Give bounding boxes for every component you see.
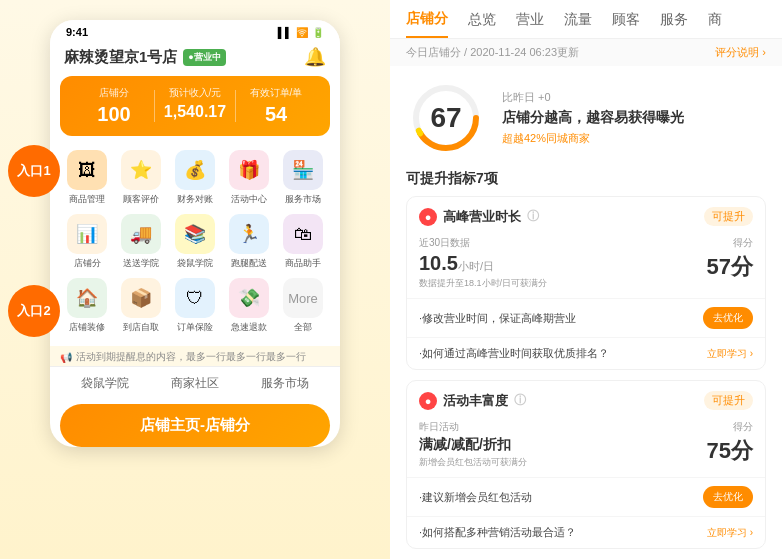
metric-1-action-2-text: ·如何通过高峰营业时间获取优质排名？	[419, 346, 707, 361]
icon-finance[interactable]: 💰 财务对账	[171, 150, 219, 206]
status-time: 9:41	[66, 26, 88, 38]
metric-1-info-icon[interactable]: ⓘ	[527, 208, 539, 225]
metric-1-indicator: ●	[419, 208, 437, 226]
status-bar: 9:41 ▌▌ 🛜 🔋	[50, 20, 340, 40]
stat-income-label: 预计收入/元	[155, 86, 235, 100]
stat-income-value: 1,540.17	[155, 103, 235, 121]
metric-2-learn-link[interactable]: 立即学习 ›	[707, 526, 753, 540]
metric-2-optimize-button[interactable]: 去优化	[703, 486, 753, 508]
icon-customer-review[interactable]: ⭐ 顾客评价	[117, 150, 165, 206]
score-change: 比昨日 +0	[502, 90, 766, 105]
icon-order-insurance[interactable]: 🛡 订单保险	[171, 278, 219, 334]
icon-shop-score[interactable]: 📊 店铺分	[63, 214, 111, 270]
tab-kangaroo-academy[interactable]: 袋鼠学院	[81, 375, 129, 392]
metric-2-title: 活动丰富度	[443, 392, 508, 410]
icon-more[interactable]: More 全部	[279, 278, 327, 334]
metric-1-days-label: 近30日数据	[419, 236, 586, 250]
metric-1-optimize-button[interactable]: 去优化	[703, 307, 753, 329]
score-number: 67	[430, 102, 461, 134]
stat-income: 预计收入/元 1,540.17	[155, 86, 235, 121]
shop-name: 麻辣烫望京1号店	[64, 48, 177, 67]
score-circle: 67	[406, 78, 486, 158]
metric-1-title-row: ● 高峰营业时长 ⓘ	[419, 208, 539, 226]
metric-2-score-points: 75分	[586, 436, 753, 466]
rating-explanation-link[interactable]: 评分说明 ›	[715, 45, 766, 60]
icon-activity-center[interactable]: 🎁 活动中心	[225, 150, 273, 206]
metric-2-can-improve: 可提升	[704, 391, 753, 410]
bell-icon[interactable]: 🔔	[304, 46, 326, 68]
nav-tab-overview[interactable]: 总览	[468, 11, 496, 37]
sub-header: 今日店铺分 / 2020-11-24 06:23更新 评分说明 ›	[390, 39, 782, 66]
stat-shop-score-value: 100	[74, 103, 154, 126]
metric-2-days-value: 满减/减配/折扣	[419, 436, 586, 454]
left-panel: 入口1 入口2 9:41 ▌▌ 🛜 🔋 麻辣烫望京1号店 ●营业中 🔔	[0, 0, 390, 559]
score-section: 67 比昨日 +0 店铺分越高，越容易获得曝光 超越42%同城商家	[390, 66, 782, 170]
metric-2-title-row: ● 活动丰富度 ⓘ	[419, 392, 526, 410]
metric-2-action-1-text: ·建议新增会员红包活动	[419, 490, 703, 505]
tab-merchant-community[interactable]: 商家社区	[171, 375, 219, 392]
open-badge: ●营业中	[183, 49, 225, 66]
metric-1-title: 高峰营业时长	[443, 208, 521, 226]
metric-card-1: ● 高峰营业时长 ⓘ 可提升 近30日数据 10.5小时/日 数据提升至18.1…	[406, 196, 766, 370]
stat-shop-score: 店铺分 100	[74, 86, 154, 126]
sub-date: 今日店铺分 / 2020-11-24 06:23更新	[406, 45, 579, 60]
icon-express-delivery[interactable]: 🏃 跑腿配送	[225, 214, 273, 270]
stats-row: 店铺分 100 预计收入/元 1,540.17 有效订单/单 54	[74, 86, 316, 126]
stat-orders-value: 54	[236, 103, 316, 126]
score-title: 店铺分越高，越容易获得曝光	[502, 109, 766, 127]
metric-card-2-header: ● 活动丰富度 ⓘ 可提升	[407, 381, 765, 416]
metric-card-1-header: ● 高峰营业时长 ⓘ 可提升	[407, 197, 765, 232]
metric-1-action-1: ·修改营业时间，保证高峰期营业 去优化	[407, 298, 765, 337]
score-sub: 超越42%同城商家	[502, 131, 766, 146]
metric-2-action-2: ·如何搭配多种营销活动最合适？ 立即学习 ›	[407, 516, 765, 548]
tab-service-market[interactable]: 服务市场	[261, 375, 309, 392]
metric-1-score-points: 57分	[586, 252, 753, 282]
icon-kangaroo-academy[interactable]: 📚 袋鼠学院	[171, 214, 219, 270]
status-icons: ▌▌ 🛜 🔋	[278, 27, 324, 38]
bottom-tabs: 袋鼠学院 商家社区 服务市场	[50, 366, 340, 398]
metric-1-action-1-text: ·修改营业时间，保证高峰期营业	[419, 311, 703, 326]
icon-self-pickup[interactable]: 📦 到店自取	[117, 278, 165, 334]
nav-tab-operation[interactable]: 营业	[516, 11, 544, 37]
main-button[interactable]: 店铺主页-店铺分	[60, 404, 330, 447]
metric-2-info-icon[interactable]: ⓘ	[514, 392, 526, 409]
metric-1-learn-link[interactable]: 立即学习 ›	[707, 347, 753, 361]
icon-row-2: 📊 店铺分 🚚 送送学院 📚 袋鼠学院 🏃 跑腿配送 🛍 商品助手	[60, 214, 330, 270]
right-panel: 店铺分 总览 营业 流量 顾客 服务 商 今日店铺分 / 2020-11-24 …	[390, 0, 782, 559]
icon-grid: 🖼 商品管理 ⭐ 顾客评价 💰 财务对账 🎁 活动中心 🏪 服务市场	[50, 144, 340, 346]
nav-tabs: 店铺分 总览 营业 流量 顾客 服务 商	[406, 10, 766, 38]
metric-2-scores: 昨日活动 满减/减配/折扣 新增会员红包活动可获满分 得分 75分	[407, 416, 765, 477]
icon-goods-mgmt[interactable]: 🖼 商品管理	[63, 150, 111, 206]
nav-tab-customers[interactable]: 顾客	[612, 11, 640, 37]
icon-row-1: 🖼 商品管理 ⭐ 顾客评价 💰 财务对账 🎁 活动中心 🏪 服务市场	[60, 150, 330, 206]
entry-button-1[interactable]: 入口1	[8, 145, 60, 197]
metric-2-days-note: 新增会员红包活动可获满分	[419, 456, 586, 469]
nav-tab-traffic[interactable]: 流量	[564, 11, 592, 37]
metric-2-action-1: ·建议新增会员红包活动 去优化	[407, 477, 765, 516]
stat-orders-label: 有效订单/单	[236, 86, 316, 100]
score-info: 比昨日 +0 店铺分越高，越容易获得曝光 超越42%同城商家	[502, 90, 766, 146]
metric-2-score-label: 得分	[586, 420, 753, 434]
metric-2-days-data: 昨日活动 满减/减配/折扣 新增会员红包活动可获满分	[419, 420, 586, 469]
notice-text: 活动到期提醒息的内容，最多一行最多一行最多一行	[76, 350, 306, 364]
metric-1-days-data: 近30日数据 10.5小时/日 数据提升至18.1小时/日可获满分	[419, 236, 586, 290]
metric-card-2: ● 活动丰富度 ⓘ 可提升 昨日活动 满减/减配/折扣 新增会员红包活动可获满分…	[406, 380, 766, 549]
icon-shop-decor[interactable]: 🏠 店铺装修	[63, 278, 111, 334]
entry-button-2[interactable]: 入口2	[8, 285, 60, 337]
metric-1-days-value: 10.5小时/日	[419, 252, 586, 275]
nav-tab-products[interactable]: 商	[708, 11, 722, 37]
metric-2-action-2-text: ·如何搭配多种营销活动最合适？	[419, 525, 707, 540]
icon-delivery-academy[interactable]: 🚚 送送学院	[117, 214, 165, 270]
icon-fast-refund[interactable]: 💸 急速退款	[225, 278, 273, 334]
icon-product-assistant[interactable]: 🛍 商品助手	[279, 214, 327, 270]
nav-tab-shop-score[interactable]: 店铺分	[406, 10, 448, 38]
content-scroll[interactable]: ● 高峰营业时长 ⓘ 可提升 近30日数据 10.5小时/日 数据提升至18.1…	[390, 196, 782, 559]
metric-1-score-item: 得分 57分	[586, 236, 753, 290]
stat-shop-score-label: 店铺分	[74, 86, 154, 100]
icon-service-market[interactable]: 🏪 服务市场	[279, 150, 327, 206]
phone-header: 麻辣烫望京1号店 ●营业中 🔔	[50, 40, 340, 76]
nav-tab-service[interactable]: 服务	[660, 11, 688, 37]
metric-2-score-item: 得分 75分	[586, 420, 753, 469]
metric-2-days-label: 昨日活动	[419, 420, 586, 434]
icon-row-3: 🏠 店铺装修 📦 到店自取 🛡 订单保险 💸 急速退款 More 全	[60, 278, 330, 334]
